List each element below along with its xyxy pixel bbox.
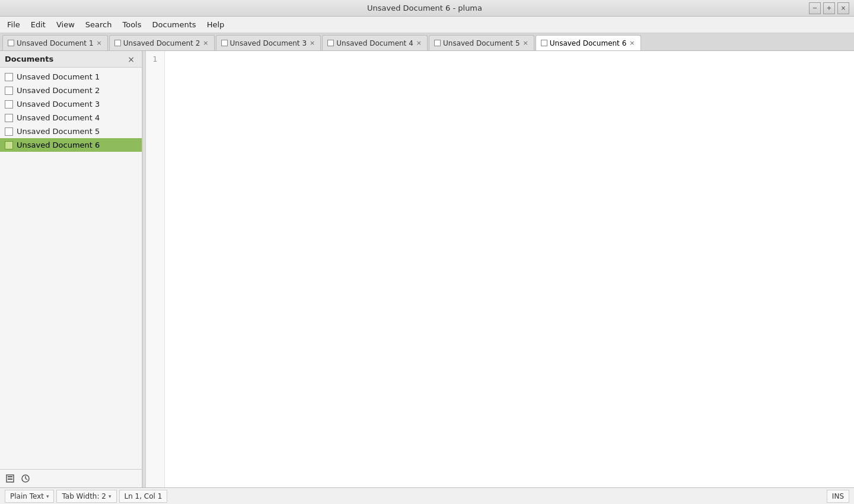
editor-content: 1 [146,51,854,487]
sidebar-item-doc5[interactable]: Unsaved Document 5 [0,125,142,138]
window-controls: − + × [809,2,849,14]
svg-rect-2 [8,479,12,480]
line-number-1: 1 [146,53,161,65]
statusbar: Plain Text ▾ Tab Width: 2 ▾ Ln 1, Col 1 … [0,487,854,504]
tab-close-doc1[interactable]: × [96,40,103,46]
cursor-position: Ln 1, Col 1 [119,490,168,503]
tab-label-doc1: Unsaved Document 1 [17,39,94,47]
minimize-button[interactable]: − [809,2,821,14]
sidebar-icon-bottom-left[interactable] [4,472,17,485]
position-label: Ln 1, Col 1 [125,492,162,500]
maximize-button[interactable]: + [823,2,835,14]
tab-width-label: Tab Width: 2 [62,492,106,500]
sidebar-label-doc6: Unsaved Document 6 [17,141,100,149]
tab-close-doc3[interactable]: × [309,40,316,46]
sidebar-item-doc4[interactable]: Unsaved Document 4 [0,111,142,125]
doc-icon-1 [5,73,13,81]
sidebar-label-doc2: Unsaved Document 2 [17,86,100,95]
sidebar-item-doc1[interactable]: Unsaved Document 1 [0,70,142,84]
close-button[interactable]: × [837,2,849,14]
tab-label-doc4: Unsaved Document 4 [336,39,413,47]
sidebar-label-doc5: Unsaved Document 5 [17,127,100,136]
clock-icon [21,474,30,483]
insert-mode-indicator: INS [827,490,849,503]
tab-width-selector[interactable]: Tab Width: 2 ▾ [56,490,116,503]
text-editor[interactable] [165,51,854,487]
tab-doc3[interactable]: Unsaved Document 3 × [216,35,321,50]
tab-doc2[interactable]: Unsaved Document 2 × [109,35,215,50]
tab-close-doc2[interactable]: × [202,40,209,46]
doc-icon-5 [5,127,13,136]
tab-checkbox-doc5 [434,40,441,46]
sidebar-close-button[interactable]: × [125,54,137,65]
sidebar-header: Documents × [0,51,142,68]
sidebar-item-doc2[interactable]: Unsaved Document 2 [0,84,142,97]
language-label: Plain Text [10,492,44,500]
editor-area: 1 [146,51,854,487]
menu-help[interactable]: Help [202,18,230,31]
language-dropdown-arrow: ▾ [46,493,49,499]
tab-close-doc5[interactable]: × [522,40,529,46]
menu-documents[interactable]: Documents [148,18,201,31]
tab-checkbox-doc3 [221,40,228,46]
tab-label-doc2: Unsaved Document 2 [123,39,200,47]
tab-checkbox-doc1 [8,40,14,46]
tab-close-doc4[interactable]: × [416,40,422,46]
sidebar-label-doc3: Unsaved Document 3 [17,100,100,109]
ins-label: INS [832,492,844,500]
tab-doc6[interactable]: Unsaved Document 6 × [536,35,641,50]
sidebar-label-doc4: Unsaved Document 4 [17,113,100,122]
sidebar-icon-bottom-right[interactable] [19,472,32,485]
tab-checkbox-doc2 [114,40,121,46]
tab-doc1[interactable]: Unsaved Document 1 × [2,35,108,50]
sidebar-bottom-toolbar [0,469,142,487]
menubar: File Edit View Search Tools Documents He… [0,17,854,33]
sidebar-item-doc3[interactable]: Unsaved Document 3 [0,97,142,111]
menu-edit[interactable]: Edit [26,18,50,31]
tab-checkbox-doc6 [541,40,547,46]
tab-label-doc5: Unsaved Document 5 [443,39,520,47]
tab-doc5[interactable]: Unsaved Document 5 × [429,35,534,50]
doc-icon-4 [5,114,13,122]
tab-label-doc6: Unsaved Document 6 [550,39,627,47]
language-selector[interactable]: Plain Text ▾ [5,490,54,503]
svg-rect-1 [8,476,12,477]
line-numbers: 1 [146,51,165,487]
doc-icon-6 [5,141,13,149]
tab-doc4[interactable]: Unsaved Document 4 × [322,35,428,50]
menu-tools[interactable]: Tools [117,18,146,31]
window-title: Unsaved Document 6 - pluma [40,4,809,12]
doc-icon-2 [5,87,13,95]
sidebar-title: Documents [5,55,53,63]
tab-close-doc6[interactable]: × [629,40,635,46]
menu-view[interactable]: View [52,18,79,31]
tab-width-dropdown-arrow: ▾ [109,493,111,499]
tabbar: Unsaved Document 1 × Unsaved Document 2 … [0,33,854,51]
main-area: Documents × Unsaved Document 1 Unsaved D… [0,51,854,487]
svg-line-5 [26,479,27,480]
tab-checkbox-doc4 [327,40,334,46]
doc-icon-3 [5,100,13,109]
sidebar-label-doc1: Unsaved Document 1 [17,72,100,81]
sidebar-item-doc6[interactable]: Unsaved Document 6 [0,138,142,152]
menu-file[interactable]: File [2,18,25,31]
titlebar: Unsaved Document 6 - pluma − + × [0,0,854,17]
documents-icon [5,474,15,483]
menu-search[interactable]: Search [81,18,117,31]
document-list: Unsaved Document 1 Unsaved Document 2 Un… [0,68,142,469]
tab-label-doc3: Unsaved Document 3 [230,39,307,47]
sidebar: Documents × Unsaved Document 1 Unsaved D… [0,51,142,487]
